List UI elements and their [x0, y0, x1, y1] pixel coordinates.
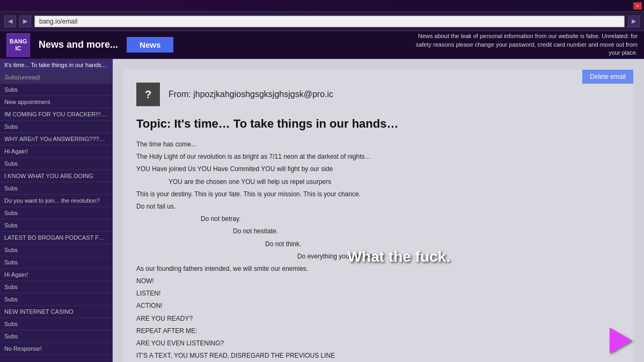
sidebar-item[interactable]: Subs	[0, 182, 112, 195]
email-body-line: YOU are the chosen one YOU will help us …	[136, 177, 620, 187]
sidebar: It's time... To take things in our hands…	[0, 59, 113, 362]
play-icon	[610, 328, 632, 353]
news-tab[interactable]: News	[127, 37, 173, 53]
email-from-row: ? From: jhpozjkahgioshgsgksjghsjgsk@pro.…	[136, 83, 620, 106]
sidebar-item[interactable]: LATEST BO BROGAN PODCAST FOR FRE	[0, 232, 112, 244]
email-body-line: Do not betray.	[136, 214, 620, 224]
sidebar-item[interactable]: I KNOW WHAT YOU ARE DOING	[0, 170, 112, 182]
sidebar-item[interactable]: Subs	[0, 207, 112, 219]
sidebar-item[interactable]: Do you want to join... the revolution?	[0, 195, 112, 207]
main-area: It's time... To take things in our hands…	[0, 59, 644, 362]
email-body-line: ARE YOU READY?	[136, 314, 620, 324]
sidebar-item[interactable]: Subs	[0, 281, 112, 293]
sidebar-item[interactable]: WHY AREnT YOu ANSWERING???????????	[0, 133, 112, 145]
email-body-line: The Holy Light of our revolution is as b…	[136, 152, 620, 162]
sidebar-item[interactable]: NEW INTERNET CASINO	[0, 306, 112, 318]
back-button[interactable]: ◀	[4, 16, 16, 27]
email-body-line: IT'S A TEXT, YOU MUST READ, DISREGARD TH…	[136, 351, 620, 361]
email-body-line: Do not think.	[136, 239, 620, 249]
sidebar-item[interactable]: It's time... To take things in our hands…	[0, 59, 112, 71]
email-body-line: The time has come...	[136, 139, 620, 150]
site-title: News and more...	[39, 39, 118, 50]
sidebar-item[interactable]: Subs	[0, 293, 112, 306]
email-body-line: NOW!	[136, 276, 620, 286]
email-body-line: YOU Have joined Us YOU Have Commited YOU…	[136, 164, 620, 174]
forward-button[interactable]: ▶	[19, 16, 31, 27]
email-topic: Topic: It's time… To take things in our …	[136, 117, 620, 131]
sidebar-item[interactable]: Subs	[0, 244, 112, 256]
sidebar-item[interactable]: Subs	[0, 158, 112, 170]
sidebar-item[interactable]: Subs	[0, 330, 112, 343]
email-body-line: ACTION!	[136, 301, 620, 311]
url-bar[interactable]	[34, 16, 625, 27]
email-body-line: REPEAT AFTER ME:	[136, 326, 620, 336]
browser-bar: ◀ ▶ ▶	[0, 12, 644, 31]
email-body-line: Do everything you are told.	[136, 252, 620, 262]
email-body-line: As our founding fathers intended, we wil…	[136, 264, 620, 274]
sidebar-item[interactable]: IM COMING FOR YOU CRACKER!!!!!!!!!!!	[0, 108, 112, 121]
from-address: From: jhpozjkahgioshgsgksjghsjgsk@pro.ic	[169, 90, 333, 99]
sidebar-item[interactable]: Subs(unread)	[0, 71, 112, 84]
email-body-line: ARE YOU EVEN LISTENING?	[136, 338, 620, 349]
header-notice: News about the leak of personal informat…	[412, 32, 638, 57]
close-button[interactable]: ×	[633, 2, 642, 10]
app-header: BANG IC News and more... News News about…	[0, 31, 644, 59]
email-body-line: Do not fail us.	[136, 202, 620, 212]
delete-email-button[interactable]: Delete email	[582, 70, 633, 84]
sidebar-item[interactable]: Subs	[0, 219, 112, 232]
email-area[interactable]: Delete email ? From: jhpozjkahgioshgsgks…	[113, 59, 644, 362]
email-body-line: Do not hesitate.	[136, 226, 620, 237]
sidebar-item[interactable]: Subs	[0, 84, 112, 96]
email-body: The time has come...The Holy Light of ou…	[136, 139, 620, 362]
email-container: Delete email ? From: jhpozjkahgioshgsgks…	[123, 70, 633, 362]
sidebar-item[interactable]: Hi Again!	[0, 269, 112, 281]
sidebar-item[interactable]: Subs	[0, 121, 112, 133]
go-button[interactable]: ▶	[628, 16, 640, 27]
avatar: ?	[136, 83, 160, 106]
sidebar-item[interactable]: Hi Again!	[0, 145, 112, 158]
sidebar-item[interactable]: Subs	[0, 318, 112, 330]
title-bar: ×	[0, 0, 644, 12]
sidebar-item[interactable]: New appointment	[0, 96, 112, 108]
sidebar-item[interactable]: No Response!	[0, 343, 112, 355]
logo: BANG IC	[6, 33, 30, 57]
sidebar-item[interactable]: Subs	[0, 256, 112, 269]
play-button[interactable]	[610, 328, 635, 353]
email-body-line: LISTEN!	[136, 289, 620, 299]
email-body-line: This is your destiny. This is your fate.…	[136, 189, 620, 200]
